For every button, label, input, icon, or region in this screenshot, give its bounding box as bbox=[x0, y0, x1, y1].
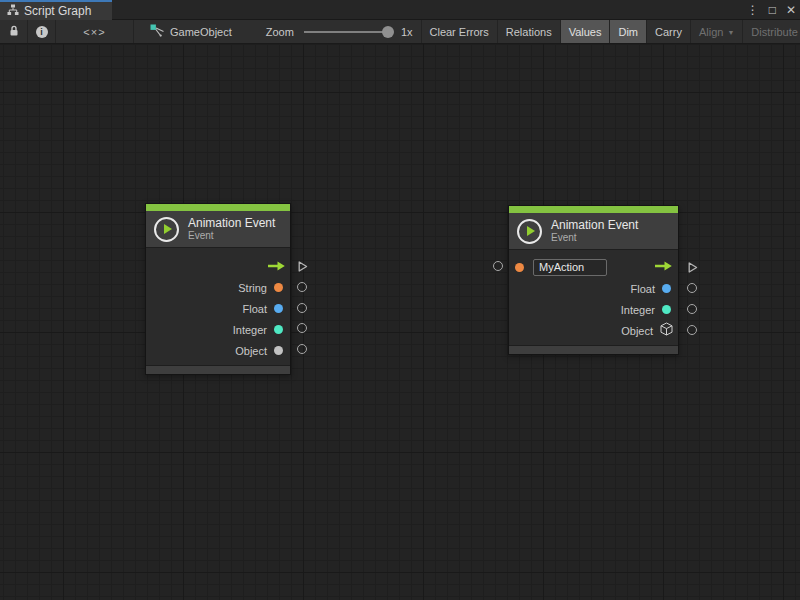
port-label: Object bbox=[235, 345, 267, 357]
node-header[interactable]: Animation Event Event bbox=[146, 211, 290, 247]
node-body: Float Integer Object bbox=[509, 249, 678, 345]
zoom-slider-knob[interactable] bbox=[382, 26, 394, 38]
node-body: String Float Integer Object bbox=[146, 247, 290, 365]
port-label: Object bbox=[621, 325, 653, 337]
flow-output-row bbox=[146, 256, 290, 277]
node-footer bbox=[146, 365, 290, 374]
node-accent-bar bbox=[146, 204, 290, 211]
name-input-port[interactable] bbox=[493, 261, 503, 271]
target-label: GameObject bbox=[170, 26, 232, 38]
port-row: Float bbox=[509, 278, 678, 299]
port-row: Integer bbox=[509, 299, 678, 320]
dim-button[interactable]: Dim bbox=[610, 20, 647, 43]
play-icon bbox=[517, 219, 542, 244]
port-row: Object bbox=[509, 320, 678, 341]
zoom-control: Zoom 1x bbox=[266, 20, 413, 43]
action-name-input[interactable] bbox=[533, 259, 607, 276]
tab-title: Script Graph bbox=[24, 4, 91, 18]
maximize-icon[interactable]: □ bbox=[769, 0, 776, 20]
integer-output-port[interactable] bbox=[687, 304, 697, 314]
cube-icon[interactable] bbox=[660, 322, 673, 340]
graph-icon bbox=[7, 4, 19, 19]
zoom-value: 1x bbox=[401, 26, 413, 38]
port-row: Integer bbox=[146, 319, 290, 340]
object-output-port[interactable] bbox=[687, 325, 697, 335]
clear-errors-button[interactable]: Clear Errors bbox=[422, 20, 498, 43]
tab-script-graph[interactable]: Script Graph bbox=[0, 0, 112, 20]
graph-pointer-icon bbox=[150, 24, 165, 40]
close-icon[interactable]: ✕ bbox=[786, 0, 796, 20]
action-input-row bbox=[509, 256, 678, 278]
port-row: Object bbox=[146, 340, 290, 361]
flow-arrow-icon bbox=[267, 258, 286, 276]
name-input-port-dot[interactable] bbox=[515, 263, 524, 272]
chevron-down-icon: ▼ bbox=[727, 29, 734, 36]
graph-target[interactable]: GameObject bbox=[144, 20, 238, 43]
zoom-label: Zoom bbox=[266, 26, 294, 38]
window-menu-icon[interactable]: ⋮ bbox=[747, 0, 759, 20]
node-animation-event-1[interactable]: Animation Event Event String bbox=[145, 203, 291, 375]
integer-output-port[interactable] bbox=[297, 323, 307, 333]
flow-output-port[interactable] bbox=[686, 260, 699, 278]
port-label: Float bbox=[243, 303, 267, 315]
lock-button[interactable] bbox=[0, 20, 28, 43]
flow-output-port[interactable] bbox=[296, 259, 309, 277]
info-button[interactable]: i bbox=[28, 20, 56, 43]
window-titlebar: Script Graph ⋮ □ ✕ bbox=[0, 0, 800, 20]
string-port-dot[interactable] bbox=[274, 283, 283, 292]
object-output-port[interactable] bbox=[297, 344, 307, 354]
play-icon bbox=[154, 217, 179, 242]
port-label: Integer bbox=[233, 324, 267, 336]
distribute-button[interactable]: Distribute ▼ bbox=[743, 20, 800, 43]
port-label: Float bbox=[631, 283, 655, 295]
relations-button[interactable]: Relations bbox=[498, 20, 561, 43]
node-title: Animation Event bbox=[188, 216, 275, 230]
node-animation-event-2[interactable]: Animation Event Event Float bbox=[508, 205, 679, 355]
align-button[interactable]: Align ▼ bbox=[691, 20, 743, 43]
node-header[interactable]: Animation Event Event bbox=[509, 213, 678, 249]
float-output-port[interactable] bbox=[687, 283, 697, 293]
integer-port-dot[interactable] bbox=[274, 325, 283, 334]
info-icon: i bbox=[36, 26, 48, 38]
node-footer bbox=[509, 345, 678, 354]
graph-canvas[interactable]: Animation Event Event String bbox=[0, 44, 800, 600]
node-subtitle: Event bbox=[188, 230, 275, 242]
code-view-button[interactable]: <×> bbox=[56, 20, 134, 43]
values-button[interactable]: Values bbox=[561, 20, 611, 43]
carry-button[interactable]: Carry bbox=[647, 20, 691, 43]
object-port-dot[interactable] bbox=[274, 346, 283, 355]
node-title: Animation Event bbox=[551, 218, 638, 232]
port-label: String bbox=[238, 282, 267, 294]
node-subtitle: Event bbox=[551, 232, 638, 244]
node-accent-bar bbox=[509, 206, 678, 213]
string-output-port[interactable] bbox=[297, 282, 307, 292]
graph-toolbar: i <×> GameObject Zoom 1x Clear Errors Re… bbox=[0, 20, 800, 44]
lock-icon bbox=[8, 24, 20, 39]
zoom-slider[interactable] bbox=[304, 31, 392, 33]
port-row: String bbox=[146, 277, 290, 298]
float-output-port[interactable] bbox=[297, 303, 307, 313]
port-row: Float bbox=[146, 298, 290, 319]
float-port-dot[interactable] bbox=[274, 304, 283, 313]
float-port-dot[interactable] bbox=[662, 284, 671, 293]
integer-port-dot[interactable] bbox=[662, 305, 671, 314]
flow-arrow-icon bbox=[654, 258, 673, 276]
port-label: Integer bbox=[621, 304, 655, 316]
